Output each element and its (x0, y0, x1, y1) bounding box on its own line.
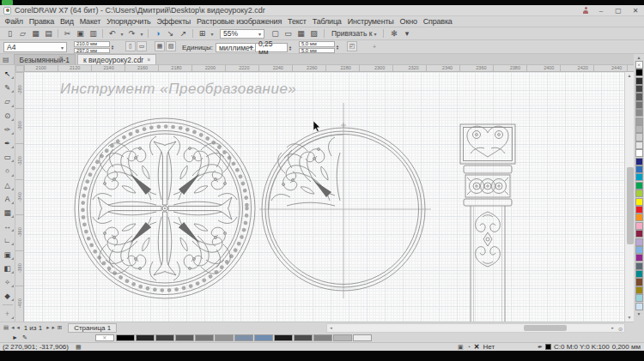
close-button[interactable]: ✕ (630, 7, 641, 15)
color-swatch[interactable] (635, 93, 643, 100)
user-account-icon[interactable] (582, 7, 589, 14)
zoom-tool[interactable]: ⊙ (1, 109, 15, 123)
circle-quadrant-drawing[interactable] (251, 101, 436, 317)
column-ornament-drawing[interactable] (453, 119, 526, 322)
add-page-icon[interactable]: ⊞ (58, 324, 62, 331)
vertical-scrollbar[interactable]: ▲ ▼ (624, 72, 634, 322)
color-swatch[interactable] (635, 182, 643, 190)
horizontal-ruler[interactable]: 2100212021402160218022002220224022602280… (24, 65, 634, 72)
duplicate-y-field[interactable]: 5,0 мм (299, 48, 335, 54)
current-page-button[interactable]: ▧ (166, 41, 176, 51)
color-swatch[interactable] (635, 254, 643, 262)
color-swatch[interactable] (635, 262, 643, 270)
color-swatch[interactable] (635, 278, 643, 286)
color-swatch[interactable] (313, 334, 332, 341)
color-swatch[interactable] (116, 334, 135, 341)
no-color-swatch[interactable]: ✕ (635, 61, 643, 69)
artistic-media-tool[interactable]: ✒ (1, 136, 15, 150)
color-swatch[interactable] (274, 334, 293, 341)
page-width-field[interactable]: 210,0 мм (74, 41, 110, 47)
color-swatch[interactable] (234, 334, 253, 341)
color-swatch[interactable] (635, 125, 643, 133)
color-swatch[interactable] (195, 334, 214, 341)
color-swatch[interactable] (155, 334, 174, 341)
separator[interactable] (102, 29, 103, 38)
snap-to-dropdown[interactable]: Привязать к ▾ (331, 29, 376, 38)
zoom-level-combo[interactable]: 55% ▾ (220, 29, 264, 39)
treat-as-filled-button[interactable]: ◰ (347, 41, 357, 51)
toolbar-overflow-icon[interactable]: ▾ (400, 28, 413, 39)
palette-eyedropper-icon[interactable]: ✎ (22, 334, 27, 341)
color-eyedropper-tool[interactable]: ✧ (1, 275, 15, 289)
color-swatch[interactable] (635, 303, 643, 310)
menu-arrange[interactable]: Упорядочить (104, 17, 154, 26)
text-tool[interactable]: A (1, 192, 15, 206)
outline-color-swatch[interactable] (545, 344, 551, 350)
first-page-icon[interactable]: ◂ (11, 324, 14, 331)
launcher-caret-icon[interactable]: ▾ (209, 28, 216, 39)
rectangle-tool[interactable]: ▭ (1, 150, 15, 164)
nudge-field[interactable]: 0,25 мм (255, 43, 288, 52)
color-swatch[interactable] (635, 109, 643, 117)
app-launcher-icon[interactable]: ⊞ (196, 28, 209, 39)
table-tool[interactable]: ▦ (1, 206, 15, 220)
portrait-button[interactable]: ▯ (125, 41, 136, 51)
duplicate-x-field[interactable]: 5,0 мм (299, 41, 335, 47)
new-document-icon[interactable]: ▯ (3, 28, 16, 39)
document-icon[interactable]: ▤ (3, 56, 9, 63)
show-guidelines-icon[interactable]: ▨ (307, 28, 320, 39)
undo-icon[interactable]: ↶ (106, 28, 118, 39)
color-swatch[interactable] (635, 222, 643, 230)
save-icon[interactable]: ▦ (29, 28, 42, 39)
color-swatch[interactable] (635, 117, 643, 125)
paste-icon[interactable]: ▥ (87, 28, 100, 39)
palette-cursor-icon[interactable]: ► (12, 334, 18, 340)
color-swatch[interactable] (136, 334, 155, 341)
crop-tool[interactable]: ▱ (1, 94, 15, 108)
menu-bitmaps[interactable]: Растровые изображения (194, 17, 285, 26)
tab-active-document[interactable]: к видеоуроку2.cdr × (77, 54, 156, 64)
dimension-tool[interactable]: ↔ (1, 220, 15, 233)
vertical-scroll-thumb[interactable] (627, 167, 634, 244)
color-swatch[interactable] (635, 190, 643, 197)
show-rulers-icon[interactable]: ▭ (282, 28, 295, 39)
undo-caret-icon[interactable]: ▾ (118, 28, 125, 39)
search-content-icon[interactable]: ◑ (151, 28, 164, 39)
redo-icon[interactable]: ↷ (125, 28, 138, 39)
last-page-icon[interactable]: ▸ (52, 324, 54, 331)
menu-file[interactable]: Файл (2, 17, 26, 26)
add-control-button[interactable]: + (369, 41, 380, 51)
color-swatch[interactable] (635, 238, 643, 246)
color-swatch[interactable] (294, 334, 313, 341)
color-swatch[interactable] (635, 158, 643, 165)
menu-edit[interactable]: Правка (26, 17, 57, 26)
outline-pen-icon[interactable]: ✒ (538, 343, 543, 351)
rosette-ornament-drawing[interactable] (72, 116, 258, 301)
redo-caret-icon[interactable]: ▾ (138, 28, 145, 39)
connector-tool[interactable]: ∟ (1, 233, 15, 247)
palette-scroll-up-icon[interactable]: ▲ (637, 54, 641, 61)
cut-icon[interactable]: ✂ (61, 28, 74, 39)
ellipse-tool[interactable]: ○ (1, 164, 15, 177)
options-icon[interactable]: ✻ (387, 28, 400, 39)
object-info-icon[interactable]: ▣ (458, 343, 464, 351)
tab-untitled-document[interactable]: Безымянный-1 (14, 54, 76, 64)
menu-tools[interactable]: Инструменты (344, 17, 397, 26)
menu-view[interactable]: Вид (58, 17, 77, 26)
scroll-down-icon[interactable]: ▼ (625, 314, 634, 322)
horizontal-scroll-thumb[interactable] (524, 325, 567, 331)
menu-table[interactable]: Таблица (309, 17, 344, 26)
shape-tool[interactable]: ✎ (1, 81, 15, 94)
vertical-ruler[interactable]: -280-300-320-340-360-380-400 (15, 72, 24, 322)
all-pages-button[interactable]: ▦ (155, 41, 165, 51)
color-swatch[interactable] (254, 334, 273, 341)
polygon-tool[interactable]: △ (1, 178, 15, 192)
import-icon[interactable]: ↘ (164, 28, 177, 39)
menu-window[interactable]: Окно (397, 17, 420, 26)
pick-tool[interactable]: ↖ (1, 67, 15, 81)
drawing-canvas[interactable]: Инструмент «Преобразование» (24, 72, 624, 322)
page-sorter-icon[interactable]: ▤ (3, 324, 9, 331)
page-size-spinner[interactable]: ▲▼ (111, 45, 117, 50)
landscape-button[interactable]: ▭ (137, 41, 147, 51)
open-icon[interactable]: ▱ (16, 28, 29, 39)
